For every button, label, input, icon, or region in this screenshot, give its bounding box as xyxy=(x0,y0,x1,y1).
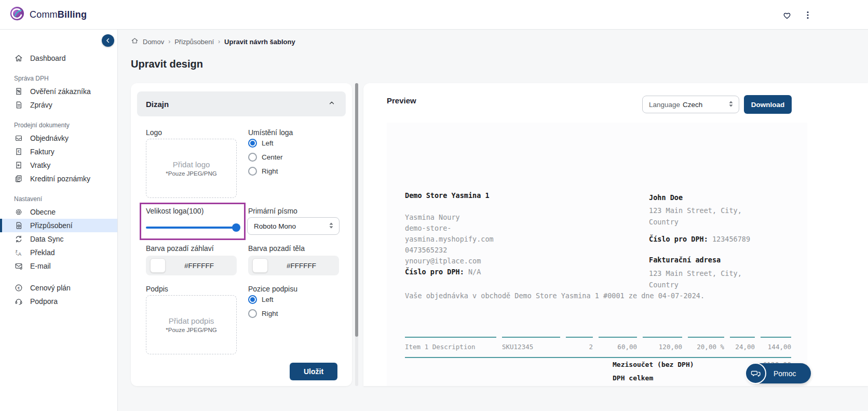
breadcrumb-home[interactable]: Domov xyxy=(143,38,164,46)
signature-position-left-radio[interactable]: Left xyxy=(248,294,278,304)
primary-font-select[interactable]: Roboto Mono xyxy=(247,217,340,235)
radio-selected-icon[interactable] xyxy=(248,295,257,304)
sidebar-item-reports[interactable]: Zprávy xyxy=(0,98,117,112)
overflow-menu-icon[interactable] xyxy=(802,9,814,21)
sidebar-item-customer-verification[interactable]: Ověření zákazníka xyxy=(0,85,117,98)
sidebar-item-label: Cenový plán xyxy=(30,284,71,292)
brand-mark-icon xyxy=(9,6,25,23)
sidebar-item-email[interactable]: E-mail xyxy=(0,259,117,273)
line-item-amount: 120,00 xyxy=(643,337,682,357)
sidebar-item-dashboard[interactable]: Dashboard xyxy=(0,51,117,65)
logo-position-radio-group: Left Center Right xyxy=(248,138,283,176)
signature-position-right-radio[interactable]: Right xyxy=(248,308,278,319)
breadcrumb-current: Upravit návrh šablony xyxy=(224,38,295,46)
radio-selected-icon[interactable] xyxy=(248,139,257,148)
invoice-subtotal-row: Mezisoučet (bez DPH) €120,00 xyxy=(405,357,791,371)
invoice-billing-address-label: Fakturační adresa xyxy=(649,256,721,264)
sidebar-item-data-sync[interactable]: Data Sync xyxy=(0,232,117,246)
line-item-unit-price: 60,00 xyxy=(599,337,637,357)
favorites-heart-icon[interactable] xyxy=(781,9,793,21)
design-panel-header[interactable]: Dizajn xyxy=(137,91,346,116)
invoice-store-details: Yasmina Noury demo-store- yasmina.myshop… xyxy=(405,212,494,277)
breadcrumb-separator: › xyxy=(168,38,170,45)
store-contact-name: Yasmina Noury xyxy=(405,212,494,223)
logo-position-right-radio[interactable]: Right xyxy=(248,166,283,176)
invoice-preview-document: Demo Store Yasmina 1 Yasmina Noury demo-… xyxy=(387,123,807,386)
slider-thumb[interactable] xyxy=(232,223,240,232)
app-window: CommBilling Dashboard Správa DPH Ověření… xyxy=(0,0,868,411)
invoice-vat-total-row: DPH celkem €24,00 xyxy=(405,371,791,385)
sidebar-item-credit-notes[interactable]: Kreditní poznámky xyxy=(0,172,117,185)
logo-position-center-radio[interactable]: Center xyxy=(248,152,283,162)
store-domain-line2: yasmina.myshopify.com xyxy=(405,234,494,245)
radio-icon[interactable] xyxy=(248,309,257,318)
header-bg-swatch[interactable] xyxy=(150,258,166,273)
primary-font-label: Primární písmo xyxy=(248,207,297,215)
sidebar-item-invoices[interactable]: € Faktury xyxy=(0,145,117,158)
logo-dropzone[interactable]: Přidat logo *Pouze JPEG/PNG xyxy=(146,139,237,198)
radio-icon[interactable] xyxy=(248,167,257,176)
logo-position-left-radio[interactable]: Left xyxy=(248,138,283,148)
sidebar-item-label: Dashboard xyxy=(30,54,66,62)
invoice-customer-name: John Doe xyxy=(649,193,683,202)
sidebar-item-label: Data Sync xyxy=(30,235,64,243)
sidebar-item-translation[interactable]: žA Překlad xyxy=(0,246,117,259)
sidebar-item-pricing-plan[interactable]: € Cenový plán xyxy=(0,281,117,295)
vat-total-label: DPH celkem xyxy=(613,374,653,382)
document-gear-icon xyxy=(14,221,23,230)
logo-position-label: Umístění loga xyxy=(248,128,293,137)
design-panel: Dizajn Logo Přidat logo *Pouze JPEG/PNG … xyxy=(131,83,352,386)
help-button-label: Pomoc xyxy=(774,369,796,378)
sidebar-section-settings: Nastavení xyxy=(0,195,117,203)
signature-dropzone-hint: *Pouze JPEG/PNG xyxy=(166,327,216,333)
radio-icon[interactable] xyxy=(248,153,257,162)
scrollbar-thumb[interactable] xyxy=(355,83,358,337)
mail-gear-icon xyxy=(14,261,23,271)
line-item-sku: SKU12345 xyxy=(502,337,560,357)
sidebar-item-general[interactable]: Obecne xyxy=(0,205,117,219)
help-button[interactable]: Pomoc xyxy=(747,363,811,383)
logo-dropzone-title: Přidat logo xyxy=(173,160,210,169)
home-icon xyxy=(14,54,23,63)
return-arrow-icon xyxy=(14,161,23,170)
body-bg-color-input[interactable]: #FFFFFF xyxy=(248,256,339,275)
language-select-label: Language xyxy=(649,101,680,109)
sidebar-item-support[interactable]: Podpora xyxy=(0,295,117,308)
invoice-store-name: Demo Store Yasmina 1 xyxy=(405,191,490,200)
breadcrumb-customization[interactable]: Přizpůsobení xyxy=(174,38,214,46)
save-button[interactable]: Uložit xyxy=(290,363,337,380)
main-content: Domov › Přizpůsobení › Upravit návrh šab… xyxy=(118,30,868,411)
brand-logo[interactable]: CommBilling xyxy=(9,6,87,23)
slider-track[interactable] xyxy=(146,227,239,229)
sidebar-item-label: Ověření zákazníka xyxy=(30,87,91,96)
store-phone: 0473565232 xyxy=(405,245,494,256)
language-select[interactable]: Language Czech xyxy=(642,96,739,113)
header-bg-label: Barva pozadí záhlaví xyxy=(146,244,214,253)
signature-label: Podpis xyxy=(146,285,168,293)
sidebar: Dashboard Správa DPH Ověření zákazníka Z… xyxy=(0,30,118,411)
chevron-up-icon[interactable] xyxy=(328,99,335,109)
download-button[interactable]: Download xyxy=(744,95,792,114)
logo-size-slider[interactable] xyxy=(146,223,239,232)
invoice-euro-icon: € xyxy=(14,147,23,156)
header-bg-color-input[interactable]: #FFFFFF xyxy=(146,256,237,275)
sidebar-item-label: Vratky xyxy=(30,161,50,169)
sidebar-item-customization[interactable]: Přizpůsobení xyxy=(0,219,117,232)
signature-dropzone[interactable]: Přidat podpis *Pouze JPEG/PNG xyxy=(146,295,237,354)
line-item-qty: 2 xyxy=(566,337,593,357)
sidebar-item-label: Kreditní poznámky xyxy=(30,175,90,183)
select-arrows-icon xyxy=(728,100,734,109)
body-bg-value: #FFFFFF xyxy=(268,262,335,270)
sidebar-item-orders[interactable]: Objednávky xyxy=(0,131,117,145)
invoice-line-items-table: Item 1 Description SKU12345 2 60,00 120,… xyxy=(405,337,791,358)
subtotal-label: Mezisoučet (bez DPH) xyxy=(613,361,694,368)
body-bg-swatch[interactable] xyxy=(252,258,268,273)
line-item-description: Item 1 Description xyxy=(405,337,496,357)
receipt-percent-icon xyxy=(14,87,23,96)
document-icon xyxy=(14,100,23,110)
sidebar-item-returns[interactable]: Vratky xyxy=(0,158,117,172)
design-panel-title: Dizajn xyxy=(146,100,169,109)
logo-dropzone-hint: *Pouze JPEG/PNG xyxy=(166,170,216,177)
sidebar-collapse-button[interactable] xyxy=(102,34,114,47)
vertical-scrollbar[interactable] xyxy=(355,83,358,386)
